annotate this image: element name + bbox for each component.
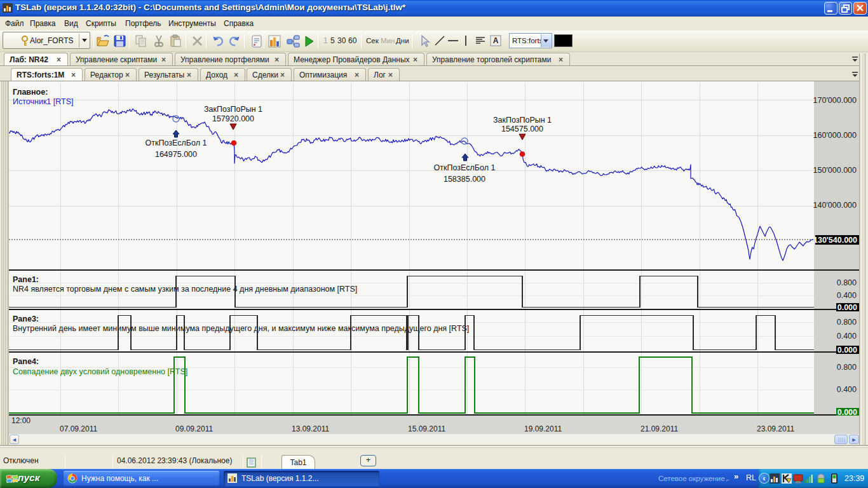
- svg-text:150'000.000: 150'000.000: [813, 166, 857, 175]
- svg-text:Pane3:: Pane3:: [13, 315, 39, 323]
- svg-text:0.800: 0.800: [837, 318, 857, 327]
- svg-text:0.400: 0.400: [837, 332, 857, 341]
- svg-text:Главное:: Главное:: [13, 88, 48, 97]
- svg-text:Внутренний день имеет минимум: Внутренний день имеет минимум выше миним…: [13, 324, 469, 333]
- svg-text:0.000: 0.000: [837, 408, 857, 416]
- svg-text:158385.000: 158385.000: [444, 175, 485, 184]
- svg-text:A: A: [493, 36, 499, 45]
- svg-text:Pane1:: Pane1:: [13, 275, 39, 284]
- svg-text:ОткПозЕслБол 1: ОткПозЕслБол 1: [146, 139, 207, 147]
- svg-text:0.800: 0.800: [837, 278, 857, 287]
- svg-text:Источник1 [RTS]: Источник1 [RTS]: [13, 97, 74, 106]
- svg-text:ЗакПозПоРын 1: ЗакПозПоРын 1: [204, 105, 262, 114]
- svg-text:0.400: 0.400: [837, 291, 857, 300]
- svg-text:157920.000: 157920.000: [212, 114, 254, 123]
- svg-text:130'540.000: 130'540.000: [813, 236, 857, 245]
- svg-text:0.000: 0.000: [837, 346, 857, 355]
- svg-text:Совпадение двух условий одновр: Совпадение двух условий одновременно [RT…: [13, 367, 187, 376]
- svg-text:140'000.000: 140'000.000: [813, 201, 857, 210]
- svg-text:0.000: 0.000: [837, 303, 857, 312]
- svg-text:NR4 является торговым днем с с: NR4 является торговым днем с самым узким…: [13, 285, 357, 294]
- svg-text:Pane4:: Pane4:: [13, 357, 39, 366]
- svg-text:0.400: 0.400: [837, 385, 857, 394]
- svg-text:170'000.000: 170'000.000: [813, 96, 857, 105]
- svg-text:154575.000: 154575.000: [501, 125, 543, 133]
- svg-text:164975.000: 164975.000: [155, 150, 197, 159]
- svg-text:ЗакПозПоРын 1: ЗакПозПоРын 1: [493, 116, 552, 125]
- svg-text:160'000.000: 160'000.000: [813, 131, 857, 140]
- svg-text:0.800: 0.800: [837, 363, 857, 372]
- svg-text:ОткПозЕслБол 1: ОткПозЕслБол 1: [434, 163, 496, 172]
